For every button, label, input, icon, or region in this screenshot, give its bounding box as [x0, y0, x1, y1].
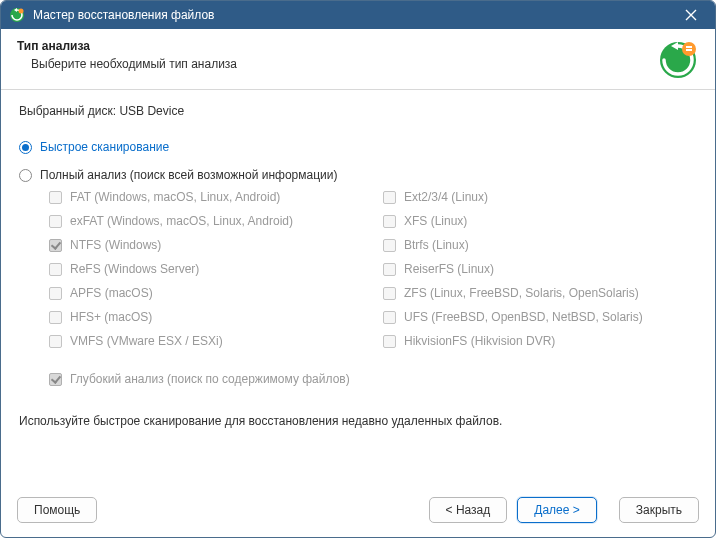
fs-checkbox-btrfs[interactable]: Btrfs (Linux): [383, 238, 697, 252]
hint-text: Используйте быстрое сканирование для вос…: [19, 414, 697, 428]
checkbox-icon: [383, 311, 396, 324]
filesystem-grid: FAT (Windows, macOS, Linux, Android) exF…: [49, 190, 697, 348]
window-title: Мастер восстановления файлов: [33, 8, 675, 22]
fs-label: NTFS (Windows): [70, 238, 161, 252]
checkbox-icon: [383, 263, 396, 276]
fs-checkbox-apfs[interactable]: APFS (macOS): [49, 286, 363, 300]
fs-checkbox-ufs[interactable]: UFS (FreeBSD, OpenBSD, NetBSD, Solaris): [383, 310, 697, 324]
fs-checkbox-reiserfs[interactable]: ReiserFS (Linux): [383, 262, 697, 276]
fs-label: ZFS (Linux, FreeBSD, Solaris, OpenSolari…: [404, 286, 639, 300]
fs-label: APFS (macOS): [70, 286, 153, 300]
fs-label: VMFS (VMware ESX / ESXi): [70, 334, 223, 348]
checkbox-icon: [49, 239, 62, 252]
page-subtitle: Выберите необходимый тип анализа: [17, 57, 645, 71]
fs-checkbox-fat[interactable]: FAT (Windows, macOS, Linux, Android): [49, 190, 363, 204]
checkbox-icon: [383, 335, 396, 348]
close-button[interactable]: Закрыть: [619, 497, 699, 523]
fs-label: ReFS (Windows Server): [70, 262, 199, 276]
fs-label: HikvisionFS (Hikvision DVR): [404, 334, 555, 348]
fs-label: XFS (Linux): [404, 214, 467, 228]
checkbox-icon: [49, 311, 62, 324]
fs-label: ReiserFS (Linux): [404, 262, 494, 276]
radio-dot-icon: [19, 141, 32, 154]
deep-analysis-checkbox[interactable]: Глубокий анализ (поиск по содержимому фа…: [49, 372, 697, 386]
fs-label: HFS+ (macOS): [70, 310, 152, 324]
fs-label: UFS (FreeBSD, OpenBSD, NetBSD, Solaris): [404, 310, 643, 324]
selected-disk-line: Выбранный диск: USB Device: [19, 104, 697, 118]
checkbox-icon: [49, 373, 62, 386]
wizard-icon: [657, 39, 699, 81]
app-icon: [9, 7, 25, 23]
deep-analysis-label: Глубокий анализ (поиск по содержимому фа…: [70, 372, 350, 386]
checkbox-icon: [49, 335, 62, 348]
fs-checkbox-ext[interactable]: Ext2/3/4 (Linux): [383, 190, 697, 204]
radio-dot-icon: [19, 169, 32, 182]
checkbox-icon: [49, 263, 62, 276]
radio-full-analysis[interactable]: Полный анализ (поиск всей возможной инфо…: [19, 168, 697, 182]
selected-disk-value: USB Device: [119, 104, 184, 118]
svg-point-2: [19, 9, 24, 14]
checkbox-icon: [49, 191, 62, 204]
wizard-footer: Помощь < Назад Далее > Закрыть: [1, 485, 715, 537]
fs-checkbox-hfs[interactable]: HFS+ (macOS): [49, 310, 363, 324]
wizard-window: Мастер восстановления файлов Тип анализа…: [0, 0, 716, 538]
checkbox-icon: [383, 215, 396, 228]
checkbox-icon: [383, 191, 396, 204]
svg-rect-7: [686, 49, 692, 51]
checkbox-icon: [383, 239, 396, 252]
titlebar: Мастер восстановления файлов: [1, 1, 715, 29]
wizard-content: Выбранный диск: USB Device Быстрое скани…: [1, 90, 715, 485]
fs-checkbox-zfs[interactable]: ZFS (Linux, FreeBSD, Solaris, OpenSolari…: [383, 286, 697, 300]
help-button[interactable]: Помощь: [17, 497, 97, 523]
radio-quick-scan[interactable]: Быстрое сканирование: [19, 140, 697, 154]
fs-label: exFAT (Windows, macOS, Linux, Android): [70, 214, 293, 228]
svg-rect-6: [686, 46, 692, 48]
fs-label: FAT (Windows, macOS, Linux, Android): [70, 190, 280, 204]
checkbox-icon: [383, 287, 396, 300]
fs-checkbox-exfat[interactable]: exFAT (Windows, macOS, Linux, Android): [49, 214, 363, 228]
checkbox-icon: [49, 215, 62, 228]
close-icon[interactable]: [675, 1, 707, 29]
fs-checkbox-xfs[interactable]: XFS (Linux): [383, 214, 697, 228]
fs-checkbox-vmfs[interactable]: VMFS (VMware ESX / ESXi): [49, 334, 363, 348]
next-button[interactable]: Далее >: [517, 497, 597, 523]
fs-label: Btrfs (Linux): [404, 238, 469, 252]
radio-quick-label: Быстрое сканирование: [40, 140, 169, 154]
wizard-header: Тип анализа Выберите необходимый тип ана…: [1, 29, 715, 90]
fs-checkbox-hikvision[interactable]: HikvisionFS (Hikvision DVR): [383, 334, 697, 348]
page-title: Тип анализа: [17, 39, 645, 53]
fs-checkbox-refs[interactable]: ReFS (Windows Server): [49, 262, 363, 276]
back-button[interactable]: < Назад: [429, 497, 508, 523]
fs-label: Ext2/3/4 (Linux): [404, 190, 488, 204]
radio-full-label: Полный анализ (поиск всей возможной инфо…: [40, 168, 337, 182]
checkbox-icon: [49, 287, 62, 300]
selected-disk-label: Выбранный диск:: [19, 104, 116, 118]
fs-checkbox-ntfs[interactable]: NTFS (Windows): [49, 238, 363, 252]
